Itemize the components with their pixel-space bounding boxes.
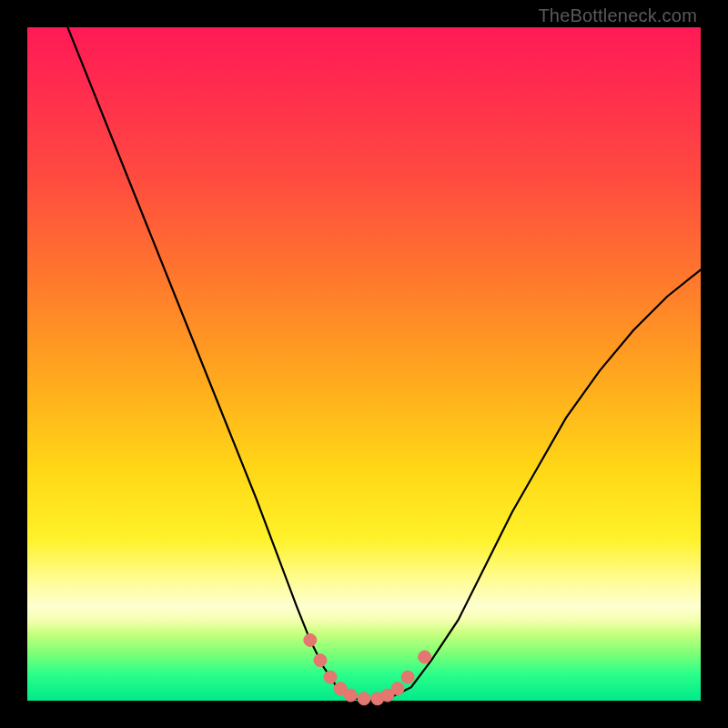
curve-marker [391,682,404,695]
curve-svg [27,27,701,701]
curve-marker [358,693,370,705]
chart-frame: TheBottleneck.com [0,0,728,728]
bottleneck-curve [67,27,701,701]
plot-area [27,27,701,701]
curve-marker [419,651,431,663]
curve-marker [314,654,327,667]
curve-marker [401,671,414,683]
curve-marker [344,689,357,702]
watermark-text: TheBottleneck.com [538,5,697,26]
curve-marker [304,633,317,646]
curve-marker [324,671,337,683]
curve-markers [304,633,431,704]
